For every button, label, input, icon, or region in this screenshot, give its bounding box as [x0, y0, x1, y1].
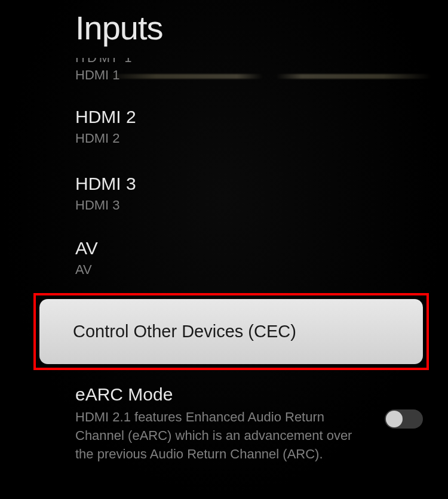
item-subtitle: HDMI 2: [75, 131, 448, 146]
item-title: eARC Mode: [75, 384, 374, 405]
item-title: HDMI 3: [75, 174, 448, 194]
inputs-list: HDMI 1 HDMI 1 HDMI 2 HDMI 2 HDMI 3 HDMI …: [0, 58, 448, 463]
ambient-light-reflection: [108, 74, 431, 79]
item-subtitle: HDMI 3: [75, 198, 448, 213]
page-title: Inputs: [0, 0, 448, 58]
list-item-hdmi1-partial[interactable]: HDMI 1 HDMI 1: [75, 58, 448, 83]
list-item-av[interactable]: AV AV: [75, 221, 448, 286]
toggle-knob: [386, 411, 403, 427]
item-title: AV: [75, 238, 448, 258]
list-item-hdmi2[interactable]: HDMI 2 HDMI 2: [75, 83, 448, 155]
item-title: HDMI 2: [75, 107, 448, 127]
annotation-highlight-box: Control Other Devices (CEC): [33, 293, 429, 370]
earc-text-block: eARC Mode HDMI 2.1 features Enhanced Aud…: [75, 384, 374, 463]
list-item-earc[interactable]: eARC Mode HDMI 2.1 features Enhanced Aud…: [75, 377, 448, 463]
item-partial-title: HDMI 1: [75, 58, 448, 65]
item-title: Control Other Devices (CEC): [73, 322, 389, 341]
item-subtitle: AV: [75, 262, 448, 278]
list-item-cec-selected[interactable]: Control Other Devices (CEC): [39, 299, 423, 364]
earc-toggle[interactable]: [385, 409, 423, 429]
item-description: HDMI 2.1 features Enhanced Audio Return …: [75, 408, 374, 463]
list-item-hdmi3[interactable]: HDMI 3 HDMI 3: [75, 155, 448, 221]
